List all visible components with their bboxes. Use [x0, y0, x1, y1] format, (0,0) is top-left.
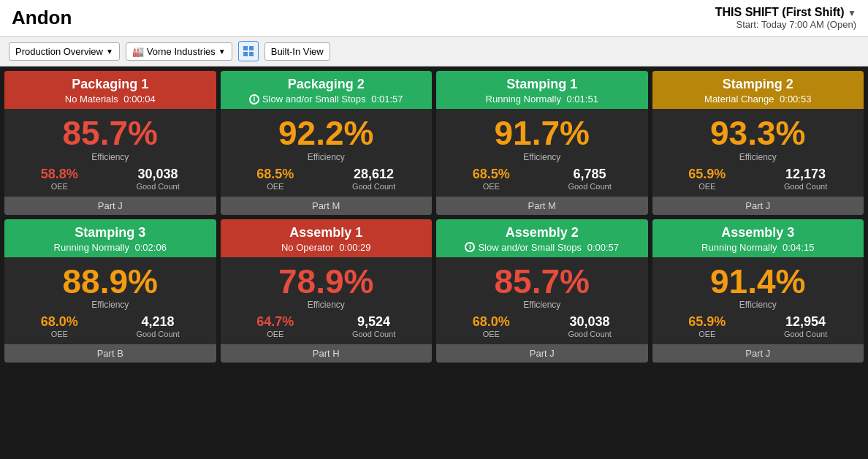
card-header-stamping1: Stamping 1 Running Normally 0:01:51: [436, 71, 648, 109]
company-dropdown[interactable]: 🏭 Vorne Industries: [126, 42, 232, 61]
card-status-time: 0:04:15: [780, 242, 814, 253]
goodcount-value-assembly2: 30,038: [568, 314, 611, 330]
goodcount-label-stamping2: Good Count: [784, 182, 827, 191]
oee-value-assembly3: 65.9%: [688, 314, 726, 330]
efficiency-label-stamping2: Efficiency: [739, 152, 777, 162]
goodcount-metric-stamping1: 6,785 Good Count: [568, 167, 611, 191]
card-metrics-stamping1: 68.5% OEE 6,785 Good Count: [443, 167, 641, 191]
company-dropdown-label: Vorne Industries: [147, 46, 216, 57]
card-body-assembly2: 85.7% Efficiency 68.0% OEE 30,038 Good C…: [436, 257, 648, 345]
card-status-time: 0:02:06: [132, 242, 167, 253]
card-status-stamping1: Running Normally 0:01:51: [443, 94, 641, 105]
oee-label-assembly3: OEE: [688, 330, 726, 338]
goodcount-metric-assembly1: 9,524 Good Count: [352, 314, 395, 338]
card-packaging2: Packaging 2 i Slow and/or Small Stops 0:…: [221, 71, 433, 215]
info-icon: i: [249, 94, 259, 105]
card-status-time: 0:00:57: [585, 242, 619, 253]
oee-value-packaging2: 68.5%: [256, 167, 294, 182]
efficiency-label-assembly2: Efficiency: [523, 300, 560, 310]
card-header-packaging1: Packaging 1 No Materials 0:00:04: [4, 71, 216, 109]
svg-rect-3: [249, 52, 254, 56]
card-status-text: No Operator: [281, 242, 334, 253]
card-name-stamping3: Stamping 3: [12, 225, 209, 240]
card-body-packaging2: 92.2% Efficiency 68.5% OEE 28,612 Good C…: [221, 109, 433, 197]
card-packaging1: Packaging 1 No Materials 0:00:04 85.7% E…: [4, 71, 216, 215]
card-name-packaging2: Packaging 2: [228, 77, 425, 92]
card-metrics-stamping3: 68.0% OEE 4,218 Good Count: [12, 314, 209, 338]
efficiency-value-assembly3: 91.4%: [710, 263, 805, 300]
efficiency-label-stamping3: Efficiency: [91, 300, 129, 310]
card-status-time: 0:01:51: [564, 94, 598, 105]
card-body-stamping2: 93.3% Efficiency 65.9% OEE 12,173 Good C…: [652, 109, 864, 197]
card-header-stamping3: Stamping 3 Running Normally 0:02:06: [4, 219, 216, 257]
oee-metric-assembly3: 65.9% OEE: [688, 314, 726, 338]
shift-chevron-icon[interactable]: ▼: [848, 8, 856, 18]
goodcount-label-assembly1: Good Count: [352, 330, 395, 338]
app-header: Andon THIS SHIFT (First Shift) ▼ Start: …: [0, 0, 868, 37]
card-name-assembly2: Assembly 2: [443, 225, 641, 240]
card-name-packaging1: Packaging 1: [12, 77, 209, 92]
card-status-stamping2: Material Change 0:00:53: [660, 94, 857, 105]
builtin-view-button[interactable]: Built-In View: [264, 42, 330, 61]
card-footer-packaging2: Part M: [221, 197, 433, 215]
goodcount-metric-stamping2: 12,173 Good Count: [784, 167, 827, 191]
company-icon: 🏭: [132, 46, 144, 57]
card-footer-stamping1: Part M: [436, 197, 648, 215]
svg-rect-2: [243, 52, 248, 56]
card-header-stamping2: Stamping 2 Material Change 0:00:53: [652, 71, 864, 109]
goodcount-metric-packaging2: 28,612 Good Count: [352, 167, 395, 191]
goodcount-value-stamping2: 12,173: [784, 167, 827, 182]
shift-info: THIS SHIFT (First Shift) ▼ Start: Today …: [715, 6, 856, 30]
grid-view-icon[interactable]: [238, 41, 259, 61]
goodcount-value-stamping3: 4,218: [136, 314, 179, 330]
card-status-stamping3: Running Normally 0:02:06: [12, 242, 209, 253]
card-footer-stamping2: Part J: [652, 197, 864, 215]
efficiency-value-assembly1: 78.9%: [278, 263, 373, 300]
efficiency-label-packaging2: Efficiency: [308, 152, 345, 162]
goodcount-metric-packaging1: 30,038 Good Count: [136, 167, 179, 191]
card-status-text: Running Normally: [486, 94, 561, 105]
card-body-stamping3: 88.9% Efficiency 68.0% OEE 4,218 Good Co…: [4, 257, 216, 345]
card-stamping1: Stamping 1 Running Normally 0:01:51 91.7…: [436, 71, 648, 215]
oee-metric-assembly2: 68.0% OEE: [473, 314, 510, 338]
card-status-packaging2: i Slow and/or Small Stops 0:01:57: [228, 94, 425, 105]
oee-label-stamping1: OEE: [473, 182, 510, 191]
card-header-assembly1: Assembly 1 No Operator 0:00:29: [221, 219, 433, 257]
card-assembly1: Assembly 1 No Operator 0:00:29 78.9% Eff…: [221, 219, 433, 363]
card-body-packaging1: 85.7% Efficiency 58.8% OEE 30,038 Good C…: [4, 109, 216, 197]
goodcount-value-packaging2: 28,612: [352, 167, 395, 182]
oee-metric-stamping1: 68.5% OEE: [473, 167, 510, 191]
card-status-time: 0:00:29: [337, 242, 371, 253]
oee-metric-packaging1: 58.8% OEE: [41, 167, 78, 191]
card-stamping2: Stamping 2 Material Change 0:00:53 93.3%…: [652, 71, 864, 215]
oee-value-packaging1: 58.8%: [41, 167, 78, 182]
efficiency-label-stamping1: Efficiency: [523, 152, 560, 162]
card-header-packaging2: Packaging 2 i Slow and/or Small Stops 0:…: [221, 71, 433, 109]
card-metrics-packaging2: 68.5% OEE 28,612 Good Count: [228, 167, 425, 191]
card-status-packaging1: No Materials 0:00:04: [12, 94, 209, 105]
oee-metric-stamping3: 68.0% OEE: [41, 314, 78, 338]
efficiency-value-stamping3: 88.9%: [63, 263, 158, 300]
card-footer-assembly3: Part J: [652, 344, 864, 363]
goodcount-value-packaging1: 30,038: [136, 167, 179, 182]
view-dropdown[interactable]: Production Overview: [9, 42, 120, 61]
card-status-text: No Materials: [65, 94, 118, 105]
goodcount-value-stamping1: 6,785: [568, 167, 611, 182]
view-dropdown-label: Production Overview: [15, 46, 103, 57]
card-footer-stamping3: Part B: [4, 344, 216, 363]
goodcount-label-packaging1: Good Count: [136, 182, 179, 191]
card-status-text: Slow and/or Small Stops: [478, 242, 582, 253]
card-footer-assembly2: Part J: [436, 344, 648, 363]
card-status-time: 0:00:04: [121, 94, 156, 105]
card-body-assembly3: 91.4% Efficiency 65.9% OEE 12,954 Good C…: [652, 257, 864, 345]
shift-sub: Start: Today 7:00 AM (Open): [715, 19, 856, 30]
efficiency-value-stamping1: 91.7%: [495, 115, 590, 152]
oee-label-stamping3: OEE: [41, 330, 78, 338]
app-title: Andon: [12, 7, 72, 29]
card-status-time: 0:01:57: [369, 94, 403, 105]
shift-label: THIS SHIFT (First Shift) ▼: [715, 6, 856, 19]
goodcount-metric-stamping3: 4,218 Good Count: [136, 314, 179, 338]
efficiency-value-assembly2: 85.7%: [495, 263, 590, 300]
efficiency-value-packaging2: 92.2%: [278, 115, 373, 152]
shift-name: THIS SHIFT: [715, 6, 779, 18]
